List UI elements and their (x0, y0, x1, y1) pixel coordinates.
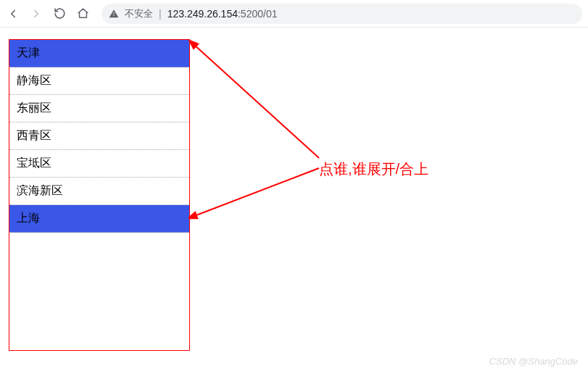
accordion-item[interactable]: 西青区 (9, 122, 189, 150)
annotation-text: 点谁,谁展开/合上 (319, 159, 428, 179)
warning-icon (109, 9, 119, 19)
page-content: 天津 静海区 东丽区 西青区 宝坻区 滨海新区 上海 点谁,谁展开/合上 (0, 28, 588, 351)
forward-icon[interactable] (29, 7, 44, 21)
insecure-label: 不安全 (125, 7, 153, 20)
accordion-item[interactable]: 静海区 (9, 67, 189, 95)
url-port-path: :5200/01 (238, 8, 278, 20)
url-host: 123.249.26.154 (167, 8, 238, 20)
back-icon[interactable] (6, 7, 20, 21)
accordion-header-tianjin[interactable]: 天津 (9, 40, 189, 67)
home-icon[interactable] (75, 7, 90, 21)
accordion-item[interactable]: 滨海新区 (9, 178, 189, 205)
browser-toolbar: 不安全 | 123.249.26.154:5200/01 (0, 0, 588, 28)
accordion: 天津 静海区 东丽区 西青区 宝坻区 滨海新区 上海 (9, 39, 190, 351)
url-text: 123.249.26.154:5200/01 (167, 8, 278, 20)
svg-line-0 (194, 45, 319, 158)
reload-icon[interactable] (52, 7, 67, 21)
accordion-item[interactable]: 宝坻区 (9, 150, 189, 178)
separator: | (159, 8, 162, 20)
accordion-item[interactable]: 东丽区 (9, 95, 189, 122)
accordion-header-shanghai[interactable]: 上海 (9, 205, 189, 233)
address-bar[interactable]: 不安全 | 123.249.26.154:5200/01 (102, 4, 582, 24)
svg-line-1 (194, 168, 319, 216)
annotation-arrows (189, 35, 334, 223)
watermark: CSDN @ShangCode (489, 356, 578, 367)
